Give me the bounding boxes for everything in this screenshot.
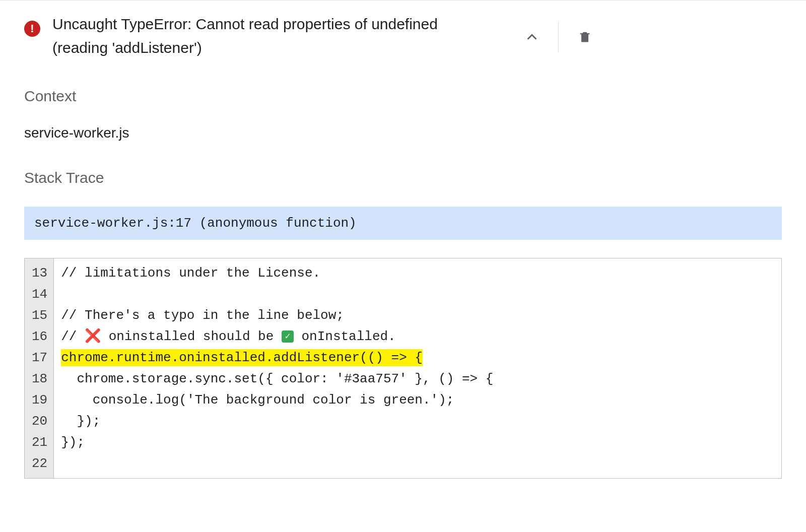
action-separator — [558, 22, 559, 52]
line-number: 17 — [32, 347, 47, 368]
highlighted-code: chrome.runtime.oninstalled.addListener((… — [61, 349, 423, 366]
collapse-button[interactable] — [518, 23, 546, 51]
delete-button[interactable] — [571, 23, 599, 51]
code-line — [54, 284, 781, 305]
code-viewer: 13141516171819202122 // limitations unde… — [24, 258, 782, 479]
code-line: }); — [54, 411, 781, 432]
code-gutter: 13141516171819202122 — [25, 258, 54, 478]
stack-frame[interactable]: service-worker.js:17 (anonymous function… — [24, 207, 782, 240]
code-line — [54, 453, 781, 474]
code-lines: // limitations under the License. // The… — [54, 258, 781, 478]
context-value: service-worker.js — [24, 125, 782, 141]
line-number: 20 — [32, 411, 47, 432]
code-line: console.log('The background color is gre… — [54, 389, 781, 411]
error-header: ! Uncaught TypeError: Cannot read proper… — [24, 13, 782, 59]
line-number: 21 — [32, 432, 47, 453]
error-detail-panel: ! Uncaught TypeError: Cannot read proper… — [0, 0, 806, 503]
code-line: chrome.storage.sync.set({ color: '#3aa75… — [54, 368, 781, 389]
code-line: // There's a typo in the line below; — [54, 305, 781, 326]
check-mark-icon: ✓ — [282, 330, 294, 343]
line-number: 16 — [32, 326, 47, 347]
code-line: // limitations under the License. — [54, 262, 781, 284]
line-number: 22 — [32, 453, 47, 474]
trash-icon — [578, 30, 592, 44]
line-number: 18 — [32, 368, 47, 389]
header-actions — [518, 22, 599, 52]
line-number: 13 — [32, 262, 47, 284]
error-icon-wrap: ! — [24, 21, 40, 37]
line-number: 14 — [32, 284, 47, 305]
code-line: chrome.runtime.oninstalled.addListener((… — [54, 347, 781, 368]
context-heading: Context — [24, 88, 782, 105]
error-icon: ! — [24, 21, 40, 37]
stack-trace-heading: Stack Trace — [24, 169, 782, 186]
line-number: 15 — [32, 305, 47, 326]
chevron-up-icon — [524, 29, 540, 44]
cross-mark-icon: ❌ — [85, 329, 101, 344]
error-title: Uncaught TypeError: Cannot read properti… — [52, 13, 506, 59]
code-line: // ❌ oninstalled should be ✓ onInstalled… — [54, 326, 781, 347]
code-line: }); — [54, 432, 781, 453]
line-number: 19 — [32, 389, 47, 411]
